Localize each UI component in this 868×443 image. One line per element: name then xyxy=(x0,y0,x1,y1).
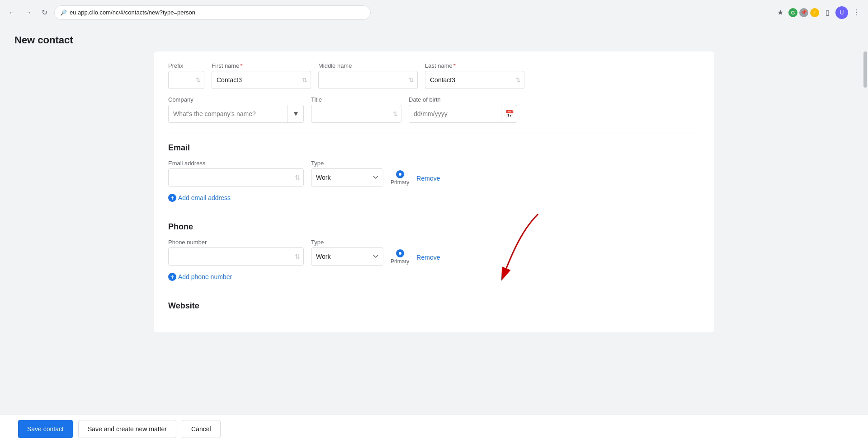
firstname-group: First name* ⇅ xyxy=(212,62,311,89)
lastname-input[interactable] xyxy=(425,71,524,89)
phone-number-label: Phone number xyxy=(168,239,304,246)
dob-input-wrap: 📅 xyxy=(409,105,517,123)
company-input[interactable] xyxy=(168,105,304,123)
company-label: Company xyxy=(168,96,304,103)
phone-primary-label: Primary xyxy=(391,258,409,265)
email-primary-label: Primary xyxy=(391,179,409,186)
name-row: Prefix ⇅ First name* ⇅ xyxy=(168,62,700,89)
extensions-button[interactable]: ▯ xyxy=(821,6,834,19)
email-type-group: Type Work Home Other xyxy=(311,160,383,187)
website-section-heading: Website xyxy=(168,301,700,311)
page-title: New contact xyxy=(14,34,854,46)
lastname-group: Last name* ⇅ xyxy=(425,62,524,89)
browser-actions: ★ G 📌 ⚡ ▯ U ⋮ xyxy=(774,6,863,19)
add-phone-icon: + xyxy=(168,273,176,281)
extension-yellow-icon: ⚡ xyxy=(810,8,819,17)
email-section-heading: Email xyxy=(168,143,700,153)
prefix-input-wrap: ⇅ xyxy=(168,71,204,89)
prefix-group: Prefix ⇅ xyxy=(168,62,204,89)
save-contact-button[interactable]: Save contact xyxy=(18,420,73,438)
dob-group: Date of birth 📅 xyxy=(409,96,517,123)
phone-type-select[interactable]: Work Home Mobile Other xyxy=(311,247,383,266)
phone-section: Phone Phone number ⇅ Type Work Home xyxy=(168,222,700,281)
phone-remove-link[interactable]: Remove xyxy=(416,254,440,266)
email-address-group: Email address ⇅ xyxy=(168,160,304,187)
title-group: Title ⇅ xyxy=(311,96,401,123)
phone-type-group: Type Work Home Mobile Other xyxy=(311,239,383,266)
email-type-label: Type xyxy=(311,160,383,167)
phone-primary-radio[interactable] xyxy=(396,249,404,257)
middlename-label: Middle name xyxy=(318,62,418,69)
add-phone-row: + Add phone number xyxy=(168,271,700,281)
phone-primary-wrap: Primary xyxy=(391,249,409,266)
add-email-link[interactable]: + Add email address xyxy=(168,194,231,202)
phone-type-label: Type xyxy=(311,239,383,246)
extension-green-icon: G xyxy=(788,8,797,17)
prefix-input[interactable] xyxy=(168,71,204,89)
phone-section-heading: Phone xyxy=(168,222,700,232)
title-input-wrap: ⇅ xyxy=(311,105,401,123)
phone-primary-radio-inner xyxy=(399,252,401,255)
title-label: Title xyxy=(311,96,401,103)
page-header: New contact xyxy=(0,25,868,51)
form-card: Prefix ⇅ First name* ⇅ xyxy=(154,51,714,332)
website-section: Website xyxy=(168,301,700,311)
firstname-input[interactable] xyxy=(212,71,311,89)
phone-input-wrap: ⇅ xyxy=(168,247,304,266)
forward-button[interactable]: → xyxy=(22,6,34,19)
website-section-divider xyxy=(168,292,700,292)
menu-button[interactable]: ⋮ xyxy=(850,6,863,19)
lastname-input-wrap: ⇅ xyxy=(425,71,524,89)
company-group: Company ▼ xyxy=(168,96,304,123)
company-input-wrap: ▼ xyxy=(168,105,304,123)
firstname-input-wrap: ⇅ xyxy=(212,71,311,89)
scrollbar-thumb[interactable] xyxy=(863,51,867,88)
company-row: Company ▼ Title ⇅ Date of birth xyxy=(168,96,700,123)
phone-field-row: Phone number ⇅ Type Work Home Mobile Oth… xyxy=(168,239,700,266)
extension-clip-icon: 📌 xyxy=(799,8,808,17)
lastname-label: Last name* xyxy=(425,62,524,69)
email-input-wrap: ⇅ xyxy=(168,168,304,187)
bookmark-button[interactable]: ★ xyxy=(774,6,787,19)
firstname-label: First name* xyxy=(212,62,311,69)
browser-chrome: ← → ↻ 🔎 eu.app.clio.com/nc/#/contacts/ne… xyxy=(0,0,868,25)
email-address-label: Email address xyxy=(168,160,304,167)
cancel-button[interactable]: Cancel xyxy=(182,420,221,438)
middlename-group: Middle name ⇅ xyxy=(318,62,418,89)
email-section: Email Email address ⇅ Type Work Home xyxy=(168,143,700,202)
title-input[interactable] xyxy=(311,105,401,123)
email-input[interactable] xyxy=(168,168,304,187)
email-field-row: Email address ⇅ Type Work Home Other xyxy=(168,160,700,187)
dob-calendar-button[interactable]: 📅 xyxy=(501,105,517,123)
email-type-select[interactable]: Work Home Other xyxy=(311,168,383,187)
profile-button[interactable]: U xyxy=(835,6,848,19)
add-email-row: + Add email address xyxy=(168,192,700,202)
prefix-label: Prefix xyxy=(168,62,204,69)
phone-number-group: Phone number ⇅ xyxy=(168,239,304,266)
email-section-divider xyxy=(168,134,700,134)
email-primary-radio[interactable] xyxy=(396,170,404,178)
action-bar: Save contact Save and create new matter … xyxy=(0,414,868,443)
save-and-create-button[interactable]: Save and create new matter xyxy=(78,420,176,438)
name-section: Prefix ⇅ First name* ⇅ xyxy=(168,62,700,123)
middlename-input[interactable] xyxy=(318,71,418,89)
url-text: eu.app.clio.com/nc/#/contacts/new?type=p… xyxy=(70,9,365,16)
dob-label: Date of birth xyxy=(409,96,517,103)
back-button[interactable]: ← xyxy=(5,6,18,19)
company-dropdown-button[interactable]: ▼ xyxy=(288,105,304,123)
phone-input[interactable] xyxy=(168,247,304,266)
address-bar[interactable]: 🔎 eu.app.clio.com/nc/#/contacts/new?type… xyxy=(54,5,371,20)
main-content: Prefix ⇅ First name* ⇅ xyxy=(0,51,868,422)
email-remove-link[interactable]: Remove xyxy=(416,175,440,187)
scrollbar-track xyxy=(863,51,868,422)
add-email-icon: + xyxy=(168,194,176,202)
middlename-input-wrap: ⇅ xyxy=(318,71,418,89)
email-primary-radio-inner xyxy=(399,173,401,176)
phone-section-divider xyxy=(168,213,700,213)
email-primary-wrap: Primary xyxy=(391,170,409,187)
url-security-icon: 🔎 xyxy=(60,9,67,16)
add-phone-link[interactable]: + Add phone number xyxy=(168,273,232,281)
refresh-button[interactable]: ↻ xyxy=(38,6,51,19)
